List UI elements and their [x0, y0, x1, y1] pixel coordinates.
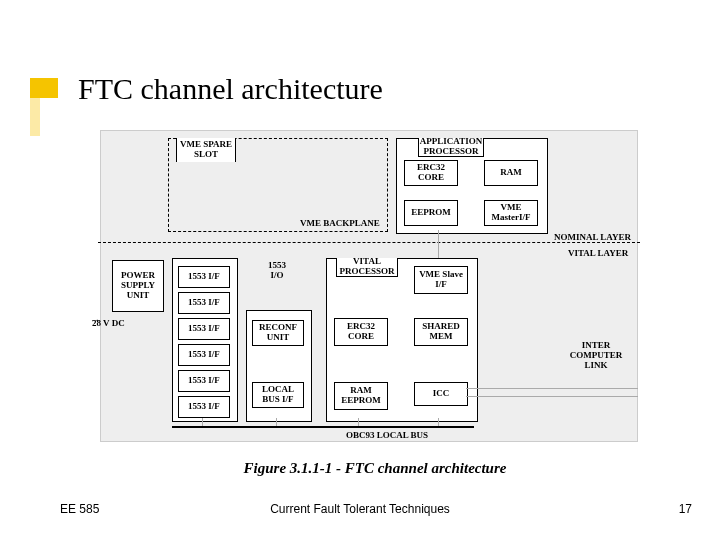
- erc32-vital: ERC32 CORE: [334, 318, 388, 346]
- power-supply-unit: POWER SUPPLY UNIT: [112, 260, 164, 312]
- footer-left: EE 585: [60, 502, 99, 516]
- obc-bus: [172, 426, 474, 428]
- vital-processor-label: VITAL PROCESSOR: [336, 258, 398, 277]
- vital-layer-label: VITAL LAYER: [568, 248, 628, 258]
- eeprom-nominal: EEPROM: [404, 200, 458, 226]
- application-processor-label: APPLICATION PROCESSOR: [418, 138, 484, 157]
- erc32-nominal: ERC32 CORE: [404, 160, 458, 186]
- 1553-if-1: 1553 I/F: [178, 266, 230, 288]
- vme-spare-label: VME SPARE SLOT: [176, 138, 236, 162]
- reconf-unit: RECONF UNIT: [252, 320, 304, 346]
- figure-caption: Figure 3.1.1-1 - FTC channel architectur…: [90, 460, 660, 477]
- 1553-if-6: 1553 I/F: [178, 396, 230, 418]
- stub-3: [358, 418, 359, 426]
- icl-arrow-2: [466, 396, 638, 397]
- stub-5: [438, 230, 439, 258]
- figure-area: VME SPARE SLOT VME BACKPLANE APPLICATION…: [90, 120, 660, 485]
- stub-2: [276, 418, 277, 426]
- vme-master-if: VME MasterI/F: [484, 200, 538, 226]
- layer-divider: [98, 242, 640, 243]
- stub-4: [438, 418, 439, 426]
- 1553-io-label: 1553 I/O: [262, 260, 292, 280]
- icl-arrow-1: [466, 388, 638, 389]
- slide-footer: EE 585 Current Fault Tolerant Techniques…: [0, 502, 720, 522]
- 1553-if-4: 1553 I/F: [178, 344, 230, 366]
- 1553-if-3: 1553 I/F: [178, 318, 230, 340]
- nominal-layer-label: NOMINAL LAYER: [554, 232, 631, 242]
- shared-mem: SHARED MEM: [414, 318, 468, 346]
- slide-accent-tail: [30, 98, 40, 136]
- footer-center: Current Fault Tolerant Techniques: [270, 502, 450, 516]
- ram-nominal: RAM: [484, 160, 538, 186]
- vme-backplane-label: VME BACKPLANE: [300, 218, 380, 228]
- slide-accent-block: [30, 78, 58, 98]
- local-bus-if: LOCAL BUS I/F: [252, 382, 304, 408]
- vme-slave-if: VME Slave I/F: [414, 266, 468, 294]
- stub-1: [202, 418, 203, 426]
- 1553-if-5: 1553 I/F: [178, 370, 230, 392]
- obc-bus-label: OBC93 LOCAL BUS: [346, 430, 428, 440]
- slide-title: FTC channel architecture: [78, 72, 383, 106]
- icc-block: ICC: [414, 382, 468, 406]
- ram-eeprom-vital: RAM EEPROM: [334, 382, 388, 410]
- page-number: 17: [679, 502, 692, 516]
- inter-computer-link-label: INTER COMPUTER LINK: [568, 340, 624, 370]
- 1553-if-2: 1553 I/F: [178, 292, 230, 314]
